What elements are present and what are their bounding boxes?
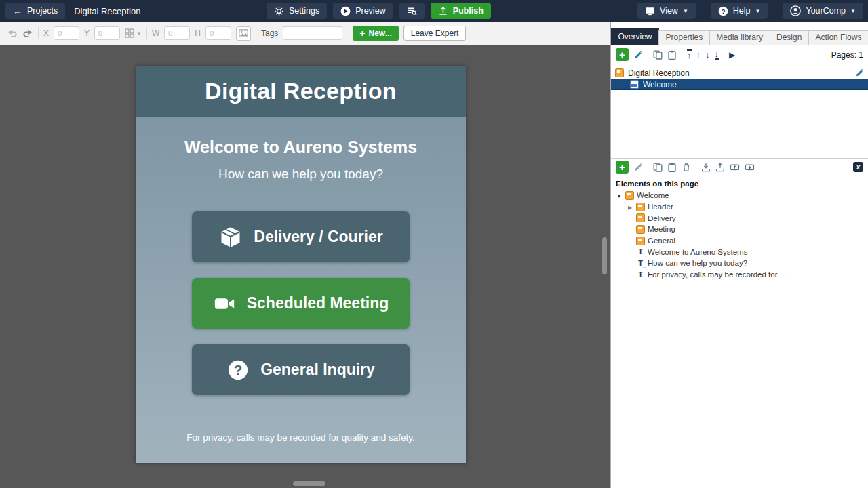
element-tree-item[interactable]: Delivery	[611, 212, 868, 224]
grid-snap-dropdown[interactable]: ▼	[125, 28, 142, 38]
new-element-button[interactable]: + New...	[353, 26, 398, 41]
canvas-vertical-scrollbar[interactable]	[602, 237, 607, 274]
element-tree-item[interactable]: Header	[611, 201, 868, 213]
help-circle-icon: ?	[718, 6, 728, 16]
image-placeholder-button[interactable]	[236, 26, 251, 41]
w-input[interactable]	[164, 26, 190, 40]
paste-icon[interactable]	[667, 50, 677, 60]
import-icon[interactable]	[701, 163, 711, 172]
copy-icon[interactable]	[653, 50, 663, 60]
scheduled-meeting-button[interactable]: Scheduled Meeting	[192, 278, 410, 329]
artboard-header[interactable]: Digital Reception	[136, 66, 466, 117]
group-icon	[636, 225, 645, 234]
paste-icon[interactable]	[667, 163, 677, 172]
privacy-footer-text[interactable]: For privacy, calls may be recorded for q…	[186, 432, 414, 443]
undo-icon[interactable]	[7, 29, 18, 38]
move-top-icon[interactable]: ↑	[687, 49, 692, 60]
general-inquiry-button[interactable]: ? General Inquiry	[192, 344, 410, 395]
help-dropdown-button[interactable]: ? Help ▼	[711, 3, 768, 19]
text-icon	[636, 259, 645, 268]
element-label: For privacy, calls may be recorded for .…	[648, 270, 786, 279]
project-title: Digital Reception	[74, 6, 140, 16]
publish-button[interactable]: Publish	[431, 3, 491, 19]
variables-x-icon[interactable]: x	[853, 162, 863, 172]
artboard-welcome-page[interactable]: Digital Reception Welcome to Aureno Syst…	[136, 66, 466, 463]
tab-design[interactable]: Design	[770, 30, 809, 45]
edit-pencil-icon[interactable]	[633, 163, 643, 172]
element-label: Welcome to Aureno Systems	[648, 248, 747, 256]
account-dropdown-button[interactable]: YourComp ▼	[783, 3, 863, 19]
expander-icon[interactable]	[627, 203, 633, 211]
general-inquiry-label: General Inquiry	[260, 361, 375, 379]
back-arrow-icon: ←	[13, 6, 22, 16]
element-tree-item[interactable]: Meeting	[611, 224, 868, 235]
group-icon	[636, 237, 645, 245]
pages-count-label: Pages: 1	[831, 50, 863, 60]
pages-tree-item-project[interactable]: Digital Reception	[611, 67, 868, 79]
h-input[interactable]	[205, 26, 231, 40]
scheduled-meeting-label: Scheduled Meeting	[247, 294, 389, 312]
element-tree-item[interactable]: How can we help you today?	[611, 258, 868, 269]
artboard-body[interactable]: Welcome to Aureno Systems How can we hel…	[136, 117, 466, 463]
elements-toolbar: + x	[611, 158, 868, 176]
y-input[interactable]	[94, 26, 120, 40]
screen-up-icon[interactable]	[730, 163, 740, 172]
divider	[696, 162, 696, 173]
element-tree-item[interactable]: General	[611, 235, 868, 247]
move-down-icon[interactable]: ↓	[705, 50, 710, 59]
projects-back-button[interactable]: ← Projects	[5, 3, 65, 19]
pages-tree-item-welcome[interactable]: Welcome	[611, 79, 868, 90]
w-label: W	[152, 28, 159, 38]
move-up-icon[interactable]: ↑	[696, 50, 701, 59]
preview-button[interactable]: Preview	[333, 3, 393, 19]
delivery-courier-button[interactable]: Delivery / Courier	[192, 211, 410, 262]
design-canvas[interactable]: Digital Reception Welcome to Aureno Syst…	[0, 45, 610, 488]
help-label: Help	[733, 6, 751, 16]
text-icon	[636, 247, 645, 256]
rename-project-icon[interactable]	[855, 68, 864, 77]
y-label: Y	[84, 28, 90, 38]
subheading-text[interactable]: How can we help you today?	[218, 167, 383, 182]
play-page-icon[interactable]: ▶	[729, 50, 735, 60]
play-circle-icon	[340, 6, 351, 16]
tab-action-flows[interactable]: Action Flows	[808, 30, 868, 45]
artboard-header-title: Digital Reception	[205, 78, 397, 104]
publish-check-button[interactable]	[399, 3, 425, 19]
tab-overview[interactable]: Overview	[611, 28, 659, 45]
tags-input[interactable]	[283, 26, 342, 40]
copy-icon[interactable]	[653, 163, 663, 172]
gear-icon	[274, 6, 284, 16]
project-tree-label: Digital Reception	[628, 68, 690, 78]
tab-properties[interactable]: Properties	[658, 30, 710, 45]
canvas-horizontal-scrollbar[interactable]	[293, 481, 326, 486]
x-input[interactable]	[54, 26, 79, 40]
project-icon	[615, 68, 624, 77]
divider	[38, 27, 39, 39]
element-tree-item[interactable]: Welcome	[611, 190, 868, 201]
add-page-button[interactable]: +	[616, 48, 629, 61]
element-tree-item[interactable]: For privacy, calls may be recorded for .…	[611, 269, 868, 281]
divider	[648, 162, 648, 173]
element-label: General	[648, 237, 675, 245]
leave-expert-button[interactable]: Leave Expert	[403, 26, 467, 41]
edit-pencil-icon[interactable]	[633, 50, 643, 60]
welcome-heading-text[interactable]: Welcome to Aureno Systems	[184, 138, 417, 157]
image-placeholder-icon	[239, 29, 248, 37]
view-dropdown-button[interactable]: View ▼	[637, 3, 696, 19]
kiosk-button-group: Delivery / Courier Scheduled Meeting ? G…	[192, 211, 410, 395]
trash-icon[interactable]	[682, 163, 691, 172]
add-element-button[interactable]: +	[616, 161, 629, 174]
tab-media-library[interactable]: Media library	[709, 30, 770, 45]
publish-check-icon	[407, 6, 417, 16]
divider	[724, 49, 724, 60]
publish-label: Publish	[453, 6, 484, 16]
settings-button[interactable]: Settings	[267, 3, 327, 19]
expander-icon[interactable]	[616, 191, 623, 199]
redo-icon[interactable]	[22, 29, 33, 38]
element-tree-item[interactable]: Welcome to Aureno Systems	[611, 246, 868, 258]
leave-expert-label: Leave Expert	[411, 28, 459, 38]
move-bottom-icon[interactable]: ↓	[715, 49, 719, 60]
export-icon[interactable]	[715, 163, 725, 172]
element-label: Welcome	[637, 191, 669, 199]
screen-down-icon[interactable]	[745, 163, 755, 172]
